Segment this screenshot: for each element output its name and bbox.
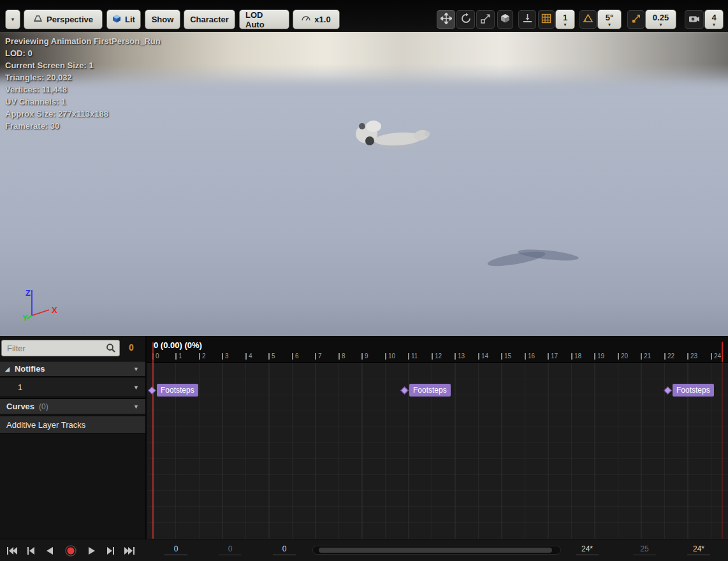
axis-z-label: Z	[25, 288, 31, 298]
playback-speed-button[interactable]: x1.0	[293, 10, 340, 29]
ruler-tick: 8	[339, 353, 346, 360]
notifies-section-header[interactable]: ◢ Notifies ▼	[0, 361, 145, 377]
notify-footsteps-1[interactable]: Footsteps	[149, 383, 198, 397]
curves-label: Curves	[6, 402, 34, 411]
coordinate-space-button[interactable]	[497, 10, 513, 29]
camera-speed-value-button[interactable]: 4 ▾	[704, 10, 724, 29]
grid-snap-value-button[interactable]: 1 ▾	[555, 10, 575, 29]
ruler-tick: 17	[548, 353, 558, 360]
viewport-options-button[interactable]: ▾	[5, 10, 20, 29]
stat-uv-channels: UV Channels: 1	[5, 96, 161, 108]
preview-viewport[interactable]: Z X Y Previewing Animation FirstPerson_R…	[0, 0, 728, 336]
grid-snap-icon	[541, 13, 551, 26]
timeline-scrollbar[interactable]	[312, 546, 561, 555]
previous-frame-icon	[24, 544, 37, 557]
notify-label[interactable]: Footsteps	[673, 384, 714, 397]
notify-label[interactable]: Footsteps	[409, 384, 451, 397]
current-frame-field[interactable]: 0	[164, 544, 187, 555]
lit-mode-button[interactable]: Lit	[106, 10, 141, 29]
scale-snap-icon	[631, 13, 641, 26]
surface-snap-button[interactable]	[518, 10, 536, 29]
frame-rate-field[interactable]: 24*	[687, 544, 710, 555]
surface-snap-icon	[522, 13, 533, 26]
lod-label: LOD Auto	[245, 10, 283, 29]
chevron-down-icon[interactable]: ▼	[133, 366, 139, 372]
stat-framerate: Framerate: 30	[5, 120, 161, 132]
notify-diamond-icon[interactable]	[148, 386, 156, 395]
notify-track-label: 1	[18, 382, 22, 392]
notify-footsteps-3[interactable]: Footsteps	[665, 383, 714, 397]
perspective-label: Perspective	[47, 15, 93, 24]
show-button[interactable]: Show	[145, 10, 180, 29]
timeline-area[interactable]: 0 (0.00) (0%) 0 1 2 3 4 5 6 7 8 9 10 11 …	[147, 336, 728, 539]
ruler-tick: 24	[711, 353, 721, 360]
ruler-tick: 12	[432, 353, 442, 360]
notify-diamond-icon[interactable]	[400, 386, 409, 395]
sequence-end-marker	[722, 342, 723, 362]
rotate-tool-button[interactable]	[456, 10, 475, 29]
camera-speed-value: 4	[711, 13, 716, 22]
viewport-toolbar: ▾ Perspective Lit Show	[0, 0, 728, 32]
stat-vertices: Vertices: 11,448	[5, 84, 161, 96]
ruler-tick: 10	[385, 353, 395, 360]
skip-to-start-button[interactable]	[3, 542, 20, 559]
skip-to-start-icon	[5, 544, 18, 557]
camera-speed-toggle-button[interactable]	[685, 10, 704, 29]
ruler-tick: 22	[664, 353, 674, 360]
angle-snap-toggle-button[interactable]	[579, 10, 597, 29]
notify-label[interactable]: Footsteps	[157, 384, 198, 397]
current-time-field[interactable]: 0	[273, 544, 296, 555]
axis-x-label: X	[52, 305, 57, 315]
sequence-end-line	[722, 362, 723, 539]
notify-track-row[interactable]: 1 ▼	[0, 378, 145, 397]
speed-icon	[302, 15, 310, 24]
axis-gizmo: Z X Y	[18, 286, 69, 323]
ruler-tick: 6	[292, 353, 299, 360]
ruler-tick: 9	[361, 353, 368, 360]
ruler-tick: 5	[268, 353, 275, 360]
skip-to-end-button[interactable]	[121, 542, 138, 559]
character-button[interactable]: Character	[184, 10, 235, 29]
caret-down-icon: ▾	[608, 22, 611, 27]
playback-transport-bar: 0 0 0 24* 25 24*	[0, 539, 728, 561]
angle-snap-value-button[interactable]: 5° ▾	[597, 10, 622, 29]
grid-snap-value: 1	[563, 13, 567, 22]
total-frames-field[interactable]: 25	[633, 544, 656, 555]
scale-snap-value-button[interactable]: 0.25 ▾	[645, 10, 676, 29]
lod-auto-button[interactable]: LOD Auto	[239, 10, 289, 29]
ruler-tick: 15	[501, 353, 511, 360]
notify-footsteps-2[interactable]: Footsteps	[402, 383, 451, 397]
scale-snap-toggle-button[interactable]	[627, 10, 644, 29]
next-frame-icon	[105, 544, 117, 557]
stat-approx-size: Approx Size: 277x113x188	[5, 108, 161, 120]
scrollbar-thumb[interactable]	[319, 548, 552, 553]
play-reverse-button[interactable]	[41, 542, 58, 559]
axis-y-label: Y	[22, 313, 28, 323]
notify-diamond-icon[interactable]	[664, 386, 672, 395]
chevron-down-icon[interactable]: ▼	[133, 384, 139, 391]
time-ruler[interactable]: 0 1 2 3 4 5 6 7 8 9 10 11 12 13 14 15 16…	[147, 351, 728, 362]
record-button[interactable]	[62, 542, 79, 559]
notifies-label: Notifies	[15, 364, 45, 374]
play-button[interactable]	[83, 542, 100, 559]
playhead-marker[interactable]	[152, 342, 154, 539]
stat-lod: LOD: 0	[5, 47, 161, 59]
current-percent-field[interactable]: 0	[219, 544, 242, 555]
grid-snap-toggle-button[interactable]	[538, 10, 555, 29]
perspective-button[interactable]: Perspective	[24, 10, 103, 29]
chevron-down-icon[interactable]: ▼	[133, 404, 139, 410]
curves-section-header[interactable]: Curves (0) ▼	[0, 398, 145, 414]
end-frame-field[interactable]: 24*	[576, 544, 599, 555]
notify-filter-count: 0	[129, 342, 134, 353]
filter-row: 0	[0, 336, 145, 360]
ruler-tick: 7	[315, 353, 322, 360]
scale-tool-button[interactable]	[476, 10, 495, 29]
ruler-tick: 14	[478, 353, 488, 360]
preview-character-mesh	[338, 107, 440, 164]
move-tool-button[interactable]	[437, 10, 455, 29]
previous-frame-button[interactable]	[22, 542, 39, 559]
filter-input[interactable]	[1, 340, 120, 356]
record-icon	[64, 544, 78, 558]
additive-layer-tracks-header[interactable]: Additive Layer Tracks	[0, 416, 145, 433]
next-frame-button[interactable]	[102, 542, 119, 559]
